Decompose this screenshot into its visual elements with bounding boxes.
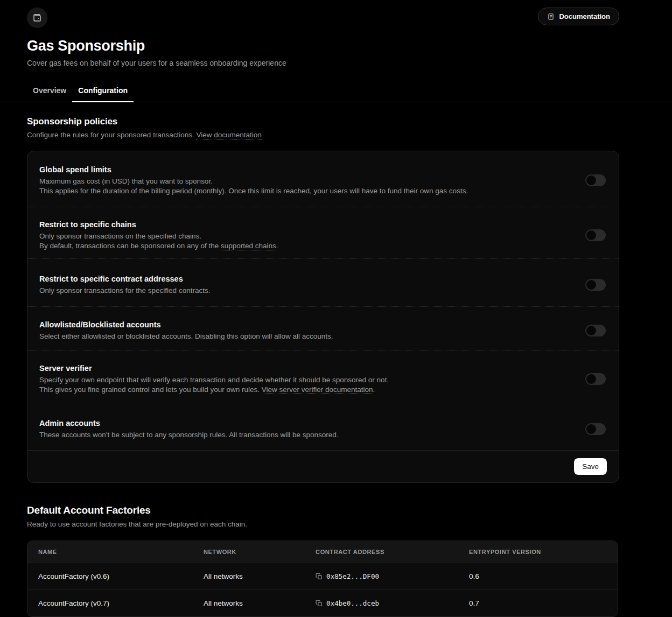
column-header-contract-address: Contract address bbox=[305, 541, 458, 563]
save-button[interactable]: Save bbox=[574, 458, 607, 475]
tab-configuration[interactable]: Configuration bbox=[72, 81, 134, 102]
policies-card-footer: Save bbox=[27, 450, 619, 482]
toggle-server-verifier[interactable] bbox=[585, 373, 606, 385]
toggle-knob bbox=[586, 326, 596, 335]
copy-icon[interactable] bbox=[316, 573, 323, 580]
default-account-factories-section: Default Account Factories Ready to use a… bbox=[27, 504, 619, 617]
document-icon bbox=[547, 13, 555, 20]
policy-title: Allowlisted/Blocklisted accounts bbox=[39, 320, 333, 329]
toggle-global-spend-limits[interactable] bbox=[585, 174, 606, 186]
policy-row-server-verifier: Server verifier Specify your own endpoin… bbox=[27, 350, 619, 410]
table-row: AccountFactory (v0.7) All networks bbox=[27, 590, 618, 616]
policy-title: Restrict to specific contract addresses bbox=[39, 275, 210, 283]
gas-sponsorship-page: Documentation Gas Sponsorship Cover gas … bbox=[0, 0, 672, 617]
factories-heading: Default Account Factories bbox=[27, 504, 619, 516]
toggle-restrict-contracts[interactable] bbox=[585, 279, 606, 291]
policy-title: Restrict to specific chains bbox=[39, 220, 278, 229]
factory-network: All networks bbox=[193, 590, 305, 616]
toggle-knob bbox=[586, 230, 596, 240]
sponsorship-policies-section: Sponsorship policies Configure the rules… bbox=[27, 116, 619, 483]
policy-title: Global spend limits bbox=[39, 165, 468, 174]
documentation-button[interactable]: Documentation bbox=[538, 8, 619, 25]
policy-description: Specify your own endpoint that will veri… bbox=[39, 375, 389, 394]
toggle-knob bbox=[586, 374, 596, 384]
policy-row-restrict-chains: Restrict to specific chains Only sponsor… bbox=[27, 207, 619, 258]
policies-card: Global spend limits Maximum gas cost (in… bbox=[27, 151, 619, 483]
column-header-name: Name bbox=[27, 541, 193, 563]
policy-row-admin-accounts: Admin accounts These accounts won't be s… bbox=[27, 410, 619, 450]
entrypoint-version: 0.6 bbox=[458, 563, 618, 590]
table-header-row: Name Network Contract address Entrypoint… bbox=[27, 541, 618, 563]
contract-address: 0x4be0...dceb bbox=[326, 599, 379, 607]
toggle-restrict-chains[interactable] bbox=[585, 229, 606, 241]
documentation-button-label: Documentation bbox=[559, 12, 610, 20]
wallet-icon bbox=[27, 8, 47, 28]
policy-description: Maximum gas cost (in USD) that you want … bbox=[39, 177, 468, 195]
policy-description: Only sponsor transactions for the specif… bbox=[39, 286, 210, 296]
server-verifier-doc-link[interactable]: View server verifier documentation bbox=[262, 385, 373, 394]
toggle-knob bbox=[586, 280, 596, 290]
page-header: Documentation bbox=[27, 0, 619, 28]
factories-table: Name Network Contract address Entrypoint… bbox=[27, 541, 618, 617]
policy-description: These accounts won't be subject to any s… bbox=[39, 430, 339, 440]
entrypoint-version: 0.7 bbox=[458, 590, 618, 616]
toggle-admin-accounts[interactable] bbox=[585, 423, 606, 435]
copy-icon[interactable] bbox=[316, 600, 323, 607]
policy-row-restrict-contracts: Restrict to specific contract addresses … bbox=[27, 258, 619, 306]
policy-row-allowlist-accounts: Allowlisted/Blocklisted accounts Select … bbox=[27, 306, 619, 350]
view-documentation-link[interactable]: View documentation bbox=[196, 131, 261, 139]
table-row: AccountFactory (v0.6) All networks bbox=[27, 563, 618, 590]
policy-row-global-spend-limits: Global spend limits Maximum gas cost (in… bbox=[27, 151, 619, 207]
factory-name: AccountFactory (v0.6) bbox=[27, 563, 193, 590]
factories-description: Ready to use account factories that are … bbox=[27, 520, 619, 528]
tab-overview[interactable]: Overview bbox=[27, 81, 72, 102]
policies-heading: Sponsorship policies bbox=[27, 116, 619, 127]
supported-chains-link[interactable]: supported chains bbox=[221, 242, 276, 250]
contract-address: 0x85e2...DF00 bbox=[326, 572, 379, 580]
column-header-network: Network bbox=[193, 541, 305, 563]
factory-name: AccountFactory (v0.7) bbox=[27, 590, 193, 616]
policy-description: Only sponsor transactions on the specifi… bbox=[39, 232, 278, 250]
toggle-knob bbox=[586, 176, 596, 185]
policies-description: Configure the rules for your sponsored t… bbox=[27, 131, 619, 139]
toggle-knob bbox=[586, 424, 596, 434]
policy-description: Select either allowlisted or blocklisted… bbox=[39, 332, 333, 341]
factory-network: All networks bbox=[193, 563, 305, 590]
tabs-bar: Overview Configuration bbox=[0, 81, 672, 102]
page-subtitle: Cover gas fees on behalf of your users f… bbox=[27, 59, 619, 67]
policy-title: Server verifier bbox=[39, 364, 389, 373]
page-title: Gas Sponsorship bbox=[27, 38, 619, 54]
policy-title: Admin accounts bbox=[39, 419, 339, 427]
toggle-allowlist-accounts[interactable] bbox=[585, 325, 606, 336]
column-header-entrypoint-version: Entrypoint version bbox=[458, 541, 618, 563]
